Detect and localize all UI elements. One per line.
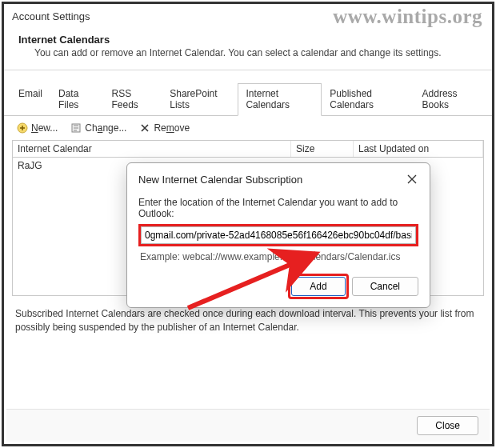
tab-sharepoint-lists[interactable]: SharePoint Lists	[162, 83, 238, 115]
new-label: New...	[31, 122, 58, 134]
tab-address-books[interactable]: Address Books	[414, 83, 486, 115]
th-internet-calendar[interactable]: Internet Calendar	[13, 141, 291, 157]
tab-rss-feeds[interactable]: RSS Feeds	[103, 83, 162, 115]
bottom-bar: Close	[6, 409, 490, 442]
th-size[interactable]: Size	[291, 141, 354, 157]
toolbar: New... Change... Remove	[4, 116, 492, 140]
remove-label: Remove	[154, 122, 190, 134]
window-title: Account Settings	[12, 10, 484, 22]
subtitle-area: Internet Calendars You can add or remove…	[4, 26, 492, 70]
section-heading: Internet Calendars	[18, 34, 478, 46]
remove-icon	[139, 122, 150, 134]
header-section: Account Settings	[4, 4, 492, 26]
table-header: Internet Calendar Size Last Updated on	[13, 141, 483, 158]
change-icon	[70, 122, 82, 134]
remove-button[interactable]: Remove	[136, 121, 193, 135]
cancel-button[interactable]: Cancel	[352, 277, 418, 296]
calendar-url-input[interactable]	[141, 226, 416, 244]
new-calendar-dialog: New Internet Calendar Subscription Enter…	[126, 162, 430, 308]
new-icon	[17, 122, 28, 134]
dialog-title: New Internet Calendar Subscription	[138, 174, 302, 186]
dialog-titlebar: New Internet Calendar Subscription	[127, 163, 430, 194]
tab-internet-calendars[interactable]: Internet Calendars	[238, 83, 322, 116]
account-settings-window: www.wintips.org Account Settings Interne…	[2, 2, 494, 446]
tab-email[interactable]: Email	[10, 83, 50, 115]
th-last-updated[interactable]: Last Updated on	[354, 141, 483, 157]
input-highlight	[138, 224, 418, 246]
close-icon[interactable]	[402, 170, 422, 189]
tab-data-files[interactable]: Data Files	[50, 83, 103, 115]
dialog-btn-row: Add Cancel	[138, 277, 418, 296]
add-button-highlight: Add	[291, 277, 345, 296]
tab-published-calendars[interactable]: Published Calendars	[322, 83, 414, 115]
new-button[interactable]: New...	[14, 121, 61, 135]
section-desc: You can add or remove an Internet Calend…	[18, 47, 478, 58]
tabs-row: Email Data Files RSS Feeds SharePoint Li…	[4, 83, 492, 116]
example-text: Example: webcal://www.example.com/calend…	[138, 251, 418, 262]
divider	[4, 70, 492, 70]
dialog-body: Enter the location of the Internet Calen…	[127, 194, 430, 307]
add-button[interactable]: Add	[291, 277, 345, 296]
close-button[interactable]: Close	[417, 416, 478, 435]
change-label: Change...	[85, 122, 126, 134]
change-button[interactable]: Change...	[67, 121, 130, 135]
dialog-prompt: Enter the location of the Internet Calen…	[138, 197, 418, 219]
